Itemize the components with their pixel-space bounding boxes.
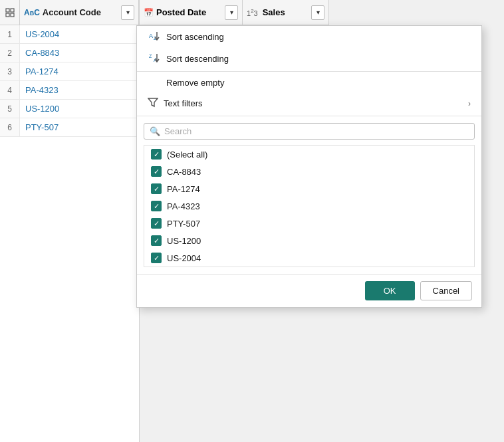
checkbox-label-pa4323: PA-4323 <box>167 201 200 211</box>
row-number: 2 <box>0 44 20 62</box>
posted-date-column-header[interactable]: 📅 Posted Date ▾ <box>140 0 243 25</box>
account-code-column-header[interactable]: ABC Account Code ▾ <box>20 0 139 25</box>
row-number: 1 <box>0 25 20 43</box>
account-code-filter-button[interactable]: ▾ <box>121 5 134 20</box>
search-icon: 🔍 <box>150 126 160 136</box>
checkbox-label-us2004: US-2004 <box>167 253 201 263</box>
checkbox-item-pty507[interactable]: ✓ PTY-507 <box>144 215 474 232</box>
checkbox-pa4323[interactable]: ✓ <box>151 201 162 211</box>
sort-ascending-label: Sort ascending <box>166 32 224 42</box>
grid-icon <box>5 8 15 17</box>
checkbox-list: ✓ (Select all) ✓ CA-8843 ✓ PA-1274 ✓ PA-… <box>144 145 475 267</box>
table-row: 4 PA-4323 <box>0 81 139 100</box>
svg-rect-1 <box>11 9 14 12</box>
header-row: ABC Account Code ▾ <box>0 0 139 25</box>
checkbox-us1200[interactable]: ✓ <box>151 235 162 246</box>
account-code-icon: ABC <box>24 8 40 17</box>
checkbox-item-pa4323[interactable]: ✓ PA-4323 <box>144 197 474 215</box>
checkbox-item-ca8843[interactable]: ✓ CA-8843 <box>144 163 474 180</box>
row-number: 6 <box>0 118 20 136</box>
posted-date-label: Posted Date <box>156 7 222 17</box>
checkbox-pa1274[interactable]: ✓ <box>151 183 162 194</box>
sort-ascending-item[interactable]: A Z Sort ascending <box>137 26 481 48</box>
menu-divider-2 <box>137 116 481 116</box>
table-row: 3 PA-1274 <box>0 62 139 81</box>
text-filters-icon <box>148 97 158 110</box>
text-filters-label: Text filters <box>164 98 203 108</box>
row-number: 3 <box>0 62 20 80</box>
svg-text:A: A <box>149 33 153 39</box>
select-all-label: (Select all) <box>167 150 207 160</box>
account-code-cell: US-2004 <box>20 25 139 43</box>
sort-descending-label: Sort descending <box>166 54 229 64</box>
ok-button[interactable]: OK <box>365 281 415 300</box>
checkbox-ca8843[interactable]: ✓ <box>151 166 162 177</box>
chevron-right-icon: › <box>468 99 471 108</box>
table-row: 5 US-1200 <box>0 100 139 118</box>
sales-column-header[interactable]: 123 Sales ▾ <box>243 0 329 25</box>
filter-dropdown-panel: A Z Sort ascending Z A Sort descending R… <box>136 25 482 308</box>
svg-rect-3 <box>11 13 14 17</box>
row-number: 5 <box>0 100 20 118</box>
sort-ascending-icon: A Z <box>148 31 161 43</box>
search-input-wrapper: 🔍 <box>144 123 475 140</box>
checkbox-us2004[interactable]: ✓ <box>151 253 162 263</box>
remove-empty-label: Remove empty <box>166 78 224 88</box>
checkbox-label-ca8843: CA-8843 <box>167 167 201 177</box>
sort-descending-item[interactable]: Z A Sort descending <box>137 48 481 70</box>
account-code-cell: PA-4323 <box>20 81 139 99</box>
account-code-cell: PA-1274 <box>20 62 139 80</box>
extra-column-headers: 📅 Posted Date ▾ 123 Sales ▾ <box>140 0 329 25</box>
svg-text:Z: Z <box>149 54 152 58</box>
svg-rect-0 <box>6 9 9 12</box>
text-filters-item[interactable]: Text filters › <box>137 92 481 114</box>
sort-descending-icon: Z A <box>148 53 161 65</box>
sales-icon: 123 <box>247 8 258 17</box>
checkbox-pty507[interactable]: ✓ <box>151 218 162 229</box>
posted-date-icon: 📅 <box>144 8 154 17</box>
checkbox-item-pa1274[interactable]: ✓ PA-1274 <box>144 180 474 197</box>
checkbox-label-pa1274: PA-1274 <box>167 184 200 194</box>
spreadsheet: ABC Account Code ▾ 1 US-2004 2 CA-8843 3… <box>0 0 140 442</box>
sales-filter-button[interactable]: ▾ <box>311 5 324 20</box>
text-filters-left: Text filters <box>148 97 203 110</box>
select-all-checkbox[interactable]: ✓ <box>151 149 162 160</box>
sales-label: Sales <box>263 7 309 17</box>
menu-divider-1 <box>137 71 481 72</box>
search-area: 🔍 <box>137 118 481 145</box>
cancel-button[interactable]: Cancel <box>420 281 472 300</box>
select-all-item[interactable]: ✓ (Select all) <box>144 146 474 163</box>
row-num-header <box>0 0 20 25</box>
checkbox-item-us2004[interactable]: ✓ US-2004 <box>144 249 474 267</box>
footer-buttons: OK Cancel <box>137 274 481 307</box>
search-input[interactable] <box>164 126 469 136</box>
remove-empty-item[interactable]: Remove empty <box>137 73 481 92</box>
table-row: 1 US-2004 <box>0 25 139 44</box>
table-row: 6 PTY-507 <box>0 118 139 137</box>
account-code-label: Account Code <box>43 7 118 17</box>
posted-date-filter-button[interactable]: ▾ <box>225 5 238 20</box>
checkbox-label-us1200: US-1200 <box>167 236 201 246</box>
svg-rect-2 <box>6 13 9 17</box>
checkbox-item-us1200[interactable]: ✓ US-1200 <box>144 232 474 249</box>
row-number: 4 <box>0 81 20 99</box>
svg-marker-10 <box>148 98 158 106</box>
account-code-cell: PTY-507 <box>20 118 139 136</box>
account-code-cell: CA-8843 <box>20 44 139 62</box>
checkbox-label-pty507: PTY-507 <box>167 219 200 229</box>
account-code-cell: US-1200 <box>20 100 139 118</box>
table-row: 2 CA-8843 <box>0 44 139 62</box>
